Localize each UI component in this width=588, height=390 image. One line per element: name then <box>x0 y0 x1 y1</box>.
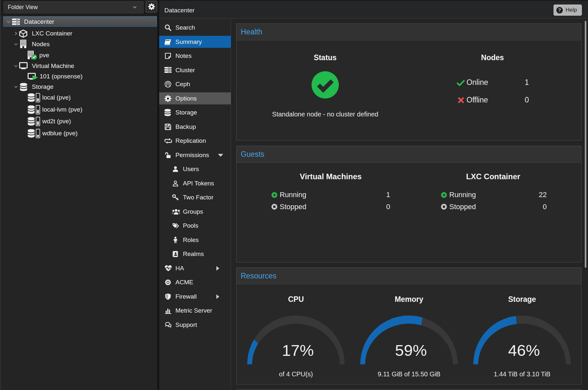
svg-text:?: ? <box>558 7 561 13</box>
